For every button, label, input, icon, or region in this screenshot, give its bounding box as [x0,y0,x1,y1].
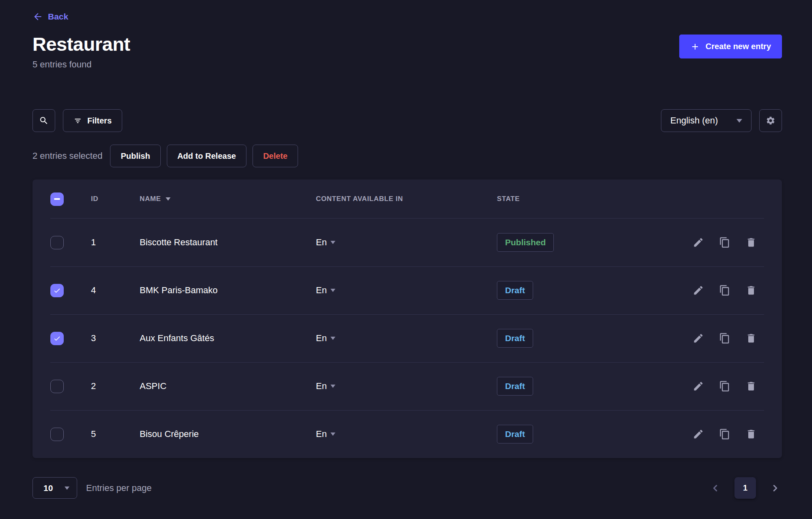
create-new-entry-label: Create new entry [706,42,771,51]
duplicate-button[interactable] [719,285,730,296]
table-row: 1 Biscotte Restaurant En Published [32,218,782,266]
create-new-entry-button[interactable]: Create new entry [679,35,782,58]
selection-count-text: 2 entries selected [32,151,102,161]
filters-button-label: Filters [87,116,112,125]
chevron-down-icon [330,385,335,388]
pencil-icon [693,381,704,392]
entries-count-subtitle: 5 entries found [32,58,130,71]
page-nav-controls: 1 [708,477,782,499]
previous-page-button[interactable] [708,481,722,495]
add-to-release-button[interactable]: Add to Release [167,145,246,167]
row-name: BMK Paris-Bamako [140,285,316,296]
page-title: Restaurant [32,33,130,55]
chevron-down-icon [736,119,742,123]
edit-button[interactable] [693,381,704,392]
row-checkbox-cell [32,428,91,441]
table-row: 3 Aux Enfants Gâtés En Draft [32,314,782,362]
duplicate-button[interactable] [719,428,730,440]
row-locale-select[interactable]: En [316,285,335,296]
delete-row-button[interactable] [745,428,757,440]
pencil-icon [693,333,704,344]
header-checkbox-cell [32,192,91,206]
row-checkbox-cell [32,332,91,345]
entries-per-page-label: Entries per page [86,483,151,493]
row-locale-select[interactable]: En [316,381,335,391]
row-name: ASPIC [140,381,316,391]
row-checkbox[interactable] [50,284,64,297]
delete-row-button[interactable] [745,381,757,392]
duplicate-icon [719,381,730,392]
duplicate-button[interactable] [719,333,730,344]
edit-button[interactable] [693,428,704,440]
row-id: 2 [91,381,140,391]
delete-row-button[interactable] [745,285,757,296]
row-id: 3 [91,333,140,344]
column-header-content-available-in[interactable]: CONTENT AVAILABLE IN [316,195,497,203]
row-name: Biscotte Restaurant [140,237,316,248]
row-id: 1 [91,237,140,248]
delete-button[interactable]: Delete [253,145,298,167]
row-checkbox[interactable] [50,380,64,393]
row-locale-select[interactable]: En [316,333,335,344]
back-link[interactable]: Back [32,11,68,22]
page-header: Back Restaurant 5 entries found Create n… [32,11,782,71]
trash-icon [745,333,757,344]
delete-row-button[interactable] [745,237,757,248]
checkbox-check-icon [53,287,61,294]
edit-button[interactable] [693,285,704,296]
row-checkbox[interactable] [50,332,64,345]
checkbox-check-icon [53,335,61,342]
edit-button[interactable] [693,333,704,344]
filter-icon [73,117,82,125]
pencil-icon [693,285,704,296]
row-checkbox-cell [32,236,91,249]
status-badge: Draft [497,329,533,348]
locale-select-value: English (en) [670,115,718,126]
row-checkbox[interactable] [50,236,64,249]
delete-row-button[interactable] [745,333,757,344]
chevron-left-icon [711,484,720,493]
duplicate-icon [719,237,730,248]
duplicate-button[interactable] [719,237,730,248]
table-row: 5 Bisou Crêperie En Draft [32,410,782,458]
status-badge: Draft [497,377,533,396]
table-row: 4 BMK Paris-Bamako En Draft [32,266,782,314]
row-id: 4 [91,285,140,296]
filters-button[interactable]: Filters [63,109,122,132]
column-header-state[interactable]: STATE [497,195,668,203]
publish-button[interactable]: Publish [110,145,160,167]
column-header-name[interactable]: NAME [140,195,316,203]
trash-icon [745,428,757,440]
status-badge: Published [497,233,554,252]
toolbar-right: English (en) [661,109,782,132]
row-locale-select[interactable]: En [316,237,335,248]
duplicate-icon [719,428,730,440]
next-page-button[interactable] [768,481,782,495]
select-all-checkbox[interactable] [50,192,64,206]
row-actions [668,237,782,248]
settings-button[interactable] [759,109,782,132]
locale-select[interactable]: English (en) [661,109,752,132]
pencil-icon [693,237,704,248]
table-row: 2 ASPIC En Draft [32,362,782,410]
plus-icon [690,42,700,52]
row-locale-select[interactable]: En [316,429,335,439]
duplicate-button[interactable] [719,381,730,392]
page-size-value: 10 [43,483,53,493]
page-1-button[interactable]: 1 [734,477,756,499]
back-link-label: Back [48,12,68,22]
publish-button-label: Publish [121,151,150,161]
chevron-down-icon [330,432,335,436]
duplicate-icon [719,333,730,344]
row-checkbox[interactable] [50,428,64,441]
gear-icon [766,116,775,125]
delete-button-label: Delete [263,151,287,161]
row-checkbox-cell [32,380,91,393]
search-button[interactable] [32,109,55,132]
chevron-down-icon [330,289,335,292]
column-header-id[interactable]: ID [91,195,140,203]
edit-button[interactable] [693,237,704,248]
pencil-icon [693,428,704,440]
toolbar-left: Filters [32,109,122,132]
page-size-select[interactable]: 10 [32,477,77,499]
